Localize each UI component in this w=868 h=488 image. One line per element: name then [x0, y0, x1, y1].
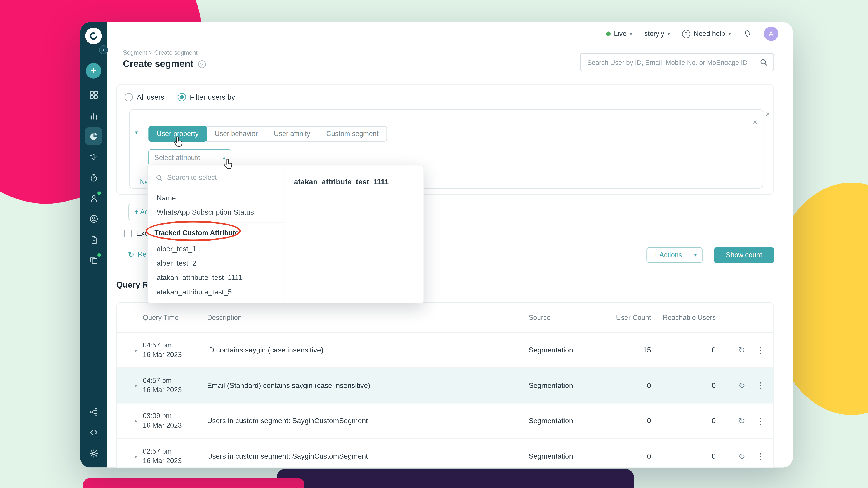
rerun-query-icon[interactable]: ↻: [733, 381, 751, 390]
user-search: [580, 53, 774, 71]
all-users-label: All users: [137, 93, 164, 101]
tab-user-behavior[interactable]: User behavior: [206, 126, 266, 142]
sidebar-item-settings[interactable]: [85, 445, 102, 462]
row-menu-icon[interactable]: ⋮: [751, 451, 770, 461]
sidebar-item-personas[interactable]: [85, 210, 102, 227]
sidebar-item-audience[interactable]: [85, 189, 102, 207]
need-help-label: Need help: [694, 30, 725, 37]
rerun-query-icon[interactable]: ↻: [733, 416, 751, 426]
attribute-option[interactable]: Name: [148, 190, 285, 205]
row-menu-icon[interactable]: ⋮: [751, 381, 770, 390]
query-time-cell: 04:57 pm16 Mar 2023: [143, 340, 207, 359]
attribute-option[interactable]: atakan_attribute_test_5: [148, 285, 285, 299]
rerun-query-icon[interactable]: ↻: [733, 451, 751, 461]
page-title: Create segment: [123, 59, 193, 70]
col-description: Description: [207, 313, 529, 321]
user-count-cell: 0: [606, 452, 651, 460]
workspace-switcher[interactable]: storyly ▾: [644, 30, 670, 37]
source-cell: Segmentation: [529, 346, 606, 354]
filter-users-by-radio[interactable]: Filter users by: [178, 93, 235, 101]
help-icon[interactable]: ?: [198, 60, 206, 68]
exclude-users-checkbox[interactable]: [124, 229, 132, 237]
attribute-option[interactable]: alper_test_1: [148, 241, 285, 256]
query-time-cell: 02:57 pm16 Mar 2023: [143, 447, 207, 466]
document-icon: [89, 235, 98, 245]
description-cell: Users in custom segment: SayginCustomSeg…: [207, 452, 529, 460]
environment-switcher[interactable]: Live ▾: [606, 30, 632, 37]
sidebar-item-analytics[interactable]: [85, 107, 102, 125]
row-menu-icon[interactable]: ⋮: [751, 345, 770, 355]
all-users-radio[interactable]: All users: [125, 93, 164, 101]
actions-split-button: + Actions ▾: [647, 248, 702, 263]
sidebar-item-campaigns[interactable]: [85, 148, 102, 165]
attribute-search: [148, 165, 285, 190]
actions-caret-button[interactable]: ▾: [689, 248, 702, 262]
rerun-query-icon[interactable]: ↻: [733, 345, 751, 355]
decor-pink-strip: [83, 478, 305, 488]
actions-button[interactable]: + Actions: [647, 248, 689, 262]
query-results-table: Query Time Description Source User Count…: [116, 302, 774, 467]
sidebar-item-dashboard[interactable]: [85, 86, 102, 103]
row-expand-icon[interactable]: ▸: [129, 418, 143, 424]
bell-icon: [743, 29, 752, 38]
code-icon: [89, 427, 98, 437]
sidebar-item-segments[interactable]: [85, 127, 102, 145]
sidebar-item-developer[interactable]: [85, 423, 102, 441]
select-attribute-dropdown[interactable]: Select attribute ▴: [148, 149, 231, 166]
radio-selected-icon: [178, 93, 186, 101]
attribute-option[interactable]: atakan_attribute_test_1111: [148, 270, 285, 285]
row-expand-icon[interactable]: ▸: [129, 382, 143, 388]
copy-icon: [89, 255, 98, 265]
tab-user-property[interactable]: User property: [148, 126, 207, 142]
main-content: Live ▾ storyly ▾ ? Need help ▾ A Segment…: [107, 22, 793, 467]
create-new-button[interactable]: +: [86, 63, 101, 78]
grid-icon: [89, 90, 98, 99]
user-search-input[interactable]: [581, 58, 760, 66]
attribute-option[interactable]: WhatsApp Subscription Status: [148, 205, 285, 219]
collapse-caret-icon[interactable]: ▾: [135, 129, 138, 135]
notification-dot: [97, 254, 101, 257]
reachable-users-cell: 0: [651, 381, 716, 390]
chevron-down-icon: ▾: [668, 31, 670, 36]
close-icon[interactable]: ×: [765, 110, 770, 118]
row-expand-icon[interactable]: ▸: [129, 453, 143, 459]
sidebar-expand-toggle[interactable]: ›: [99, 45, 108, 54]
tab-custom-segment[interactable]: Custom segment: [318, 126, 387, 142]
sidebar: › +: [80, 22, 107, 467]
attribute-list: Name WhatsApp Subscription Status Tracke…: [148, 165, 285, 302]
need-help-menu[interactable]: ? Need help ▾: [682, 30, 731, 38]
app-window: › +: [80, 22, 793, 467]
sidebar-item-integrations[interactable]: [85, 403, 102, 420]
show-count-button[interactable]: Show count: [714, 248, 774, 263]
user-avatar[interactable]: A: [764, 27, 778, 41]
description-cell: ID contains saygin (case insensitive): [207, 346, 529, 354]
notifications-button[interactable]: [743, 29, 752, 38]
source-cell: Segmentation: [529, 381, 606, 390]
source-cell: Segmentation: [529, 417, 606, 425]
search-icon[interactable]: [760, 58, 768, 66]
sidebar-item-templates[interactable]: [85, 231, 102, 248]
col-reachable-users: Reachable Users: [651, 313, 716, 321]
user-icon: [89, 193, 98, 203]
attribute-option[interactable]: alper_test_2: [148, 256, 285, 270]
table-row: ▸ 04:57 pm16 Mar 2023 ID contains saygin…: [117, 332, 773, 368]
sidebar-item-content[interactable]: [85, 251, 102, 269]
attribute-preview-pane: atakan_attribute_test_1111: [285, 165, 423, 302]
breadcrumb[interactable]: Segment > Create segment: [123, 49, 197, 56]
tab-user-affinity[interactable]: User affinity: [266, 126, 318, 142]
moengage-logo-icon[interactable]: [85, 28, 102, 44]
row-expand-icon[interactable]: ▸: [129, 347, 143, 353]
row-menu-icon[interactable]: ⋮: [751, 416, 770, 426]
attribute-preview-label: atakan_attribute_test_1111: [294, 177, 414, 186]
live-status-icon: [606, 32, 611, 36]
user-scope-radios: All users Filter users by: [125, 91, 235, 102]
search-icon: [156, 174, 163, 181]
chevron-up-icon: ▴: [223, 155, 225, 160]
chevron-down-icon: ▾: [630, 31, 632, 36]
close-icon[interactable]: ×: [753, 119, 757, 126]
reachable-users-cell: 0: [651, 346, 716, 354]
sidebar-item-journeys[interactable]: [85, 169, 102, 186]
reachable-users-cell: 0: [651, 452, 716, 460]
query-time-cell: 04:57 pm16 Mar 2023: [143, 376, 207, 395]
attribute-search-input[interactable]: [167, 174, 277, 182]
